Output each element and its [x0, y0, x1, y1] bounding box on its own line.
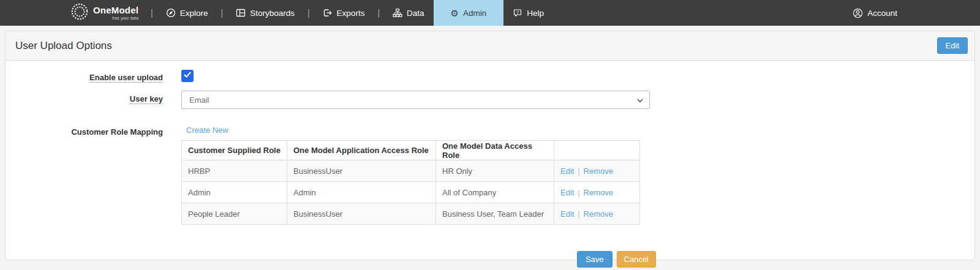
sitemap-icon — [393, 8, 402, 18]
role-mapping-table: Customer Supplied Role One Model Applica… — [181, 140, 640, 225]
cell-data-role: HR Only — [436, 160, 554, 182]
table-row: Admin Admin All of Company Edit|Remove — [182, 182, 640, 203]
nav-item-storyboards[interactable]: Storyboards — [227, 0, 304, 26]
nav-item-explore[interactable]: Explore — [157, 0, 217, 26]
compass-icon — [166, 8, 176, 18]
brand-name: OneModel — [93, 6, 138, 15]
cell-customer-role: HRBP — [182, 160, 287, 182]
cell-actions: Edit|Remove — [554, 182, 640, 203]
svg-text:?: ? — [516, 10, 519, 15]
nav-separator: | — [217, 8, 227, 18]
column-header-data-access-role: One Model Data Access Role — [436, 141, 554, 160]
table-header-row: Customer Supplied Role One Model Applica… — [182, 141, 640, 160]
table-row: People Leader BusinessUser Business User… — [182, 203, 640, 225]
row-edit-link[interactable]: Edit — [560, 167, 574, 176]
action-separator: | — [578, 189, 579, 197]
column-header-customer-supplied-role: Customer Supplied Role — [182, 141, 287, 160]
onemodel-logo[interactable]: OneModel free your data — [61, 0, 147, 26]
export-icon — [323, 8, 333, 18]
nav-item-label: Help — [527, 9, 544, 18]
nav-separator: | — [147, 8, 157, 18]
account-menu[interactable]: Account — [843, 0, 907, 26]
cell-app-role: Admin — [287, 182, 436, 203]
enable-user-upload-label: Enable user upload — [89, 73, 163, 83]
user-key-select[interactable]: Email — [181, 91, 650, 109]
checkmark-icon — [183, 70, 192, 81]
row-edit-link[interactable]: Edit — [560, 209, 574, 219]
nav-item-label: Explore — [180, 9, 208, 18]
row-remove-link[interactable]: Remove — [584, 188, 613, 197]
edit-button[interactable]: Edit — [937, 37, 968, 54]
cancel-button[interactable]: Cancel — [617, 251, 656, 268]
top-navbar: OneModel free your data | Explore | — [0, 0, 980, 26]
cell-actions: Edit|Remove — [554, 160, 640, 182]
storyboard-icon — [236, 8, 246, 18]
user-upload-options-panel: User Upload Options Edit Enable user upl… — [5, 31, 975, 260]
row-remove-link[interactable]: Remove — [584, 167, 613, 176]
cell-app-role: BusinessUser — [287, 203, 436, 225]
nav-item-exports[interactable]: Exports — [314, 0, 374, 26]
row-remove-link[interactable]: Remove — [584, 209, 613, 219]
nav-item-data[interactable]: Data — [383, 0, 434, 26]
user-key-label: User key — [130, 94, 163, 104]
nav-item-label: Exports — [337, 9, 365, 18]
page-title: User Upload Options — [15, 40, 112, 52]
table-row: HRBP BusinessUser HR Only Edit|Remove — [182, 160, 640, 182]
action-separator: | — [578, 210, 579, 219]
row-edit-link[interactable]: Edit — [560, 188, 574, 197]
cell-actions: Edit|Remove — [554, 203, 640, 225]
onemodel-logo-icon — [70, 2, 89, 24]
cell-customer-role: Admin — [182, 182, 287, 203]
nav-separator: | — [304, 8, 314, 18]
column-header-actions — [554, 141, 640, 160]
chevron-down-icon — [637, 94, 643, 105]
save-button[interactable]: Save — [577, 251, 612, 268]
nav-item-label: Data — [407, 9, 424, 18]
cell-app-role: BusinessUser — [287, 160, 436, 182]
customer-role-mapping-label: Customer Role Mapping — [71, 127, 163, 137]
account-icon — [853, 8, 863, 18]
help-bubble-icon: ? — [513, 8, 522, 18]
nav-item-label: Admin — [463, 9, 486, 18]
column-header-application-access-role: One Model Application Access Role — [287, 141, 436, 160]
user-key-selected-value: Email — [189, 96, 209, 105]
gear-icon: ⚙ — [451, 9, 459, 18]
create-new-link[interactable]: Create New — [186, 126, 228, 135]
cell-customer-role: People Leader — [182, 203, 287, 225]
nav-separator: | — [374, 8, 383, 18]
cell-data-role: All of Company — [436, 182, 554, 203]
enable-user-upload-checkbox[interactable] — [181, 70, 194, 82]
account-label: Account — [867, 9, 897, 18]
brand-tagline: free your data — [93, 16, 138, 20]
cell-data-role: Business User, Team Leader — [436, 203, 554, 225]
nav-item-label: Storyboards — [250, 9, 295, 18]
panel-header: User Upload Options Edit — [6, 31, 974, 61]
nav-item-admin[interactable]: ⚙ Admin — [434, 0, 504, 26]
action-separator: | — [578, 167, 579, 176]
nav-item-help[interactable]: ? Help — [503, 0, 553, 26]
